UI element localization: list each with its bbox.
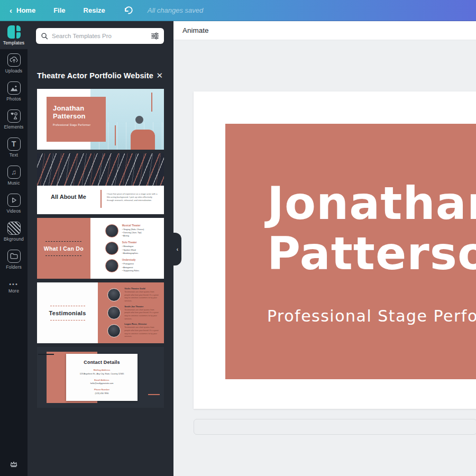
resize-menu[interactable]: Resize bbox=[84, 6, 105, 14]
play-icon bbox=[7, 194, 21, 207]
contact-card: Contact Details Mailing Address 123 Anyw… bbox=[66, 354, 138, 401]
contact-value: 123 Anywhere St., Any City, State, Count… bbox=[66, 373, 138, 375]
thumb-title-block: Testimonials bbox=[37, 282, 98, 343]
animate-button[interactable]: Animate bbox=[182, 26, 209, 34]
contact-value: (123) 456 7890 bbox=[66, 392, 138, 395]
list-item: Solo Theater Monologue Spoken Word Autob… bbox=[105, 241, 161, 255]
sidebar-item-music[interactable]: ♫ Music bbox=[0, 161, 28, 189]
list-item: Violin Theatre Guild Testimonials are sh… bbox=[107, 287, 159, 303]
skill-bullet: Acting bbox=[122, 234, 144, 237]
templates-panel: Theatre Actor Portfolio Website ✕ Jonath… bbox=[28, 21, 173, 476]
thumb-title: What I Can Do bbox=[44, 245, 84, 252]
dashed-line bbox=[50, 320, 85, 321]
testimonial-name: Violin Theatre Guild bbox=[124, 287, 159, 290]
search-input[interactable] bbox=[52, 33, 147, 39]
design-subtitle[interactable]: Professional Stage Performer bbox=[267, 307, 476, 325]
editor-main: Animate Jonathan Patterson Professional … bbox=[173, 21, 476, 476]
upload-cloud-icon bbox=[7, 53, 21, 67]
sidebar-item-label: More bbox=[8, 288, 19, 294]
contact-label: Mailing Address bbox=[66, 369, 138, 371]
design-title-line2: Patterson bbox=[267, 228, 476, 279]
sidebar-item-label: Photos bbox=[6, 96, 21, 102]
template-thumb-jonathan-patterson[interactable]: Jonathan Patterson Professional Stage Pe… bbox=[37, 89, 164, 150]
testimonial-quote: Testimonials are short quotes from peopl… bbox=[124, 309, 159, 321]
sidebar-item-photos[interactable]: Photos bbox=[0, 77, 28, 105]
panel-title: Theatre Actor Portfolio Website bbox=[37, 71, 153, 80]
template-thumb-testimonials[interactable]: Testimonials Violin Theatre Guild Testim… bbox=[37, 282, 164, 343]
dashed-line bbox=[50, 306, 85, 306]
design-title-line1: Jonathan bbox=[267, 178, 476, 228]
thumb-title-block: What I Can Do bbox=[37, 218, 90, 279]
sidebar-item-uploads[interactable]: Uploads bbox=[0, 49, 28, 77]
sidebar-item-folders[interactable]: Folders bbox=[0, 245, 28, 273]
photo-icon bbox=[7, 81, 21, 95]
avatar bbox=[107, 288, 121, 301]
avatar bbox=[107, 324, 121, 337]
person-jacket bbox=[131, 130, 155, 150]
dashed-line bbox=[45, 255, 81, 256]
crown-icon bbox=[10, 460, 18, 468]
thumb-title-block: Jonathan Patterson Professional Stage Pe… bbox=[47, 97, 106, 142]
skills-list: Musical Theater Singing (Solo, Chorus) D… bbox=[90, 218, 164, 279]
sidebar-item-label: Uploads bbox=[5, 68, 23, 74]
sidebar-item-label: Text bbox=[10, 152, 18, 158]
sidebar-item-templates[interactable]: Templates bbox=[0, 21, 28, 49]
background-pattern-icon bbox=[7, 222, 21, 235]
filter-sliders-icon[interactable] bbox=[151, 32, 159, 40]
thumb-title-line2: Patterson bbox=[53, 113, 103, 121]
template-thumb-all-about-me[interactable]: All About Me I have five years of experi… bbox=[37, 153, 164, 214]
skill-heading: Understudy bbox=[122, 259, 139, 261]
sidebar-item-videos[interactable]: Videos bbox=[0, 189, 28, 217]
thumb-title: Testimonials bbox=[49, 310, 86, 316]
sidebar-item-elements[interactable]: Elements bbox=[0, 105, 28, 133]
thumb-body-text: I have five years of experience as a sta… bbox=[107, 193, 160, 203]
home-button[interactable]: ‹ Home bbox=[10, 6, 35, 14]
accent-divider bbox=[100, 190, 102, 208]
file-menu[interactable]: File bbox=[53, 6, 65, 14]
panel-collapse-handle[interactable]: ‹ bbox=[173, 233, 181, 266]
testimonial-quote: Testimonials are short quotes from peopl… bbox=[124, 291, 159, 303]
contact-value: hello@reallygreatsite.com bbox=[66, 382, 138, 385]
thumb-title-line1: Jonathan bbox=[53, 105, 103, 113]
skill-bullet: Singing (Solo, Chorus) bbox=[122, 228, 144, 231]
person-silhouette bbox=[135, 116, 143, 124]
accent-dash bbox=[38, 354, 54, 355]
contact-label: Phone Number bbox=[66, 388, 138, 391]
thumb-road-photo bbox=[37, 153, 164, 186]
search-box[interactable] bbox=[36, 28, 164, 44]
folder-icon bbox=[7, 250, 21, 263]
skill-bullet: Supporting Roles bbox=[122, 269, 139, 272]
template-thumb-what-i-can-do[interactable]: What I Can Do Musical Theater Singing (S… bbox=[37, 218, 164, 279]
undo-button[interactable] bbox=[123, 6, 134, 15]
templates-icon bbox=[7, 25, 21, 39]
sidebar-item-text[interactable]: T Text bbox=[0, 133, 28, 161]
sidebar-item-label: Templates bbox=[3, 40, 25, 45]
close-icon[interactable]: ✕ bbox=[155, 70, 164, 81]
search-icon bbox=[41, 32, 48, 40]
avatar bbox=[105, 259, 118, 272]
design-canvas[interactable]: Jonathan Patterson Professional Stage Pe… bbox=[173, 40, 476, 476]
upgrade-crown-button[interactable] bbox=[0, 452, 28, 476]
ellipsis-icon: ••• bbox=[9, 281, 19, 287]
sidebar-item-label: Music bbox=[7, 180, 20, 186]
design-coral-rect[interactable]: Jonathan Patterson Professional Stage Pe… bbox=[225, 124, 476, 379]
text-icon: T bbox=[7, 138, 21, 151]
skill-bullet: Autobiographies bbox=[122, 252, 138, 255]
rail-spacer bbox=[0, 301, 28, 452]
music-note-icon: ♫ bbox=[7, 166, 21, 179]
avatar bbox=[107, 306, 121, 319]
contact-label: Email Address bbox=[66, 379, 138, 381]
accent-line bbox=[151, 93, 152, 112]
skill-heading: Musical Theater bbox=[122, 224, 144, 227]
skill-heading: Solo Theater bbox=[122, 241, 138, 244]
sidebar-item-label: Elements bbox=[4, 124, 23, 130]
template-thumb-contact-details[interactable]: Contact Details Mailing Address 123 Anyw… bbox=[37, 347, 164, 408]
sidebar-item-more[interactable]: ••• More bbox=[0, 273, 28, 301]
list-item: Understudy Protagonist Antagonist Suppor… bbox=[105, 259, 161, 272]
list-item: Logan Ross, Director Testimonials are sh… bbox=[107, 323, 159, 338]
next-page-placeholder[interactable] bbox=[194, 419, 476, 435]
sidebar-item-background[interactable]: Bkground bbox=[0, 217, 28, 245]
design-title[interactable]: Jonathan Patterson bbox=[267, 178, 476, 279]
design-page[interactable]: Jonathan Patterson Professional Stage Pe… bbox=[194, 91, 476, 409]
testimonial-quote: Testimonials are short quotes from peopl… bbox=[124, 326, 159, 338]
